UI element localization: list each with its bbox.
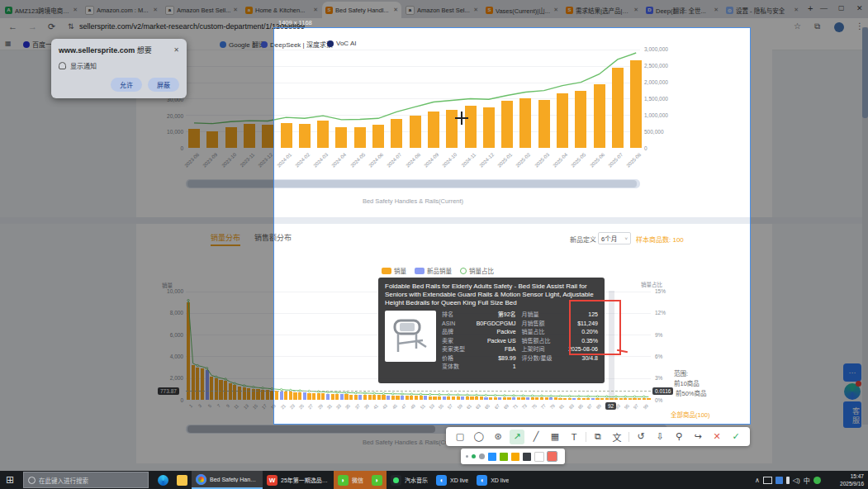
save-button[interactable]: ⇩: [652, 430, 667, 444]
ocr-tool[interactable]: 文: [609, 430, 624, 444]
color-swatch-green[interactable]: [500, 453, 508, 461]
color-swatch-yellow[interactable]: [511, 453, 519, 461]
dist-bar[interactable]: [206, 370, 209, 400]
confirm-button[interactable]: ✓: [728, 430, 743, 444]
reload-icon[interactable]: ⟳: [48, 21, 55, 32]
trend-bar[interactable]: [244, 124, 255, 148]
stamp-tool[interactable]: ⧉: [591, 430, 605, 444]
tab-deep-[interactable]: DDeep(翻译: 全世...✕: [643, 2, 722, 18]
trend-bar[interactable]: [206, 131, 218, 148]
dist-bar[interactable]: [229, 383, 232, 400]
dist-bar[interactable]: [210, 377, 213, 400]
tab-close-icon[interactable]: ✕: [391, 7, 398, 13]
allow-button[interactable]: 允许: [111, 78, 142, 92]
color-swatch-white[interactable]: [534, 452, 544, 462]
tab-home-kitchen-[interactable]: aHome & Kitchen...✕: [242, 2, 321, 18]
tab-close-icon[interactable]: ✕: [552, 7, 558, 13]
trend-bar[interactable]: [188, 129, 200, 148]
bookmark-star-icon[interactable]: ☆: [794, 21, 801, 31]
tab-close-icon[interactable]: ✕: [151, 7, 158, 13]
color-swatch-black[interactable]: [523, 453, 531, 461]
tab-close-icon[interactable]: ✕: [71, 7, 78, 13]
dist-bar[interactable]: [247, 388, 250, 400]
line-tool[interactable]: ╱: [529, 430, 543, 444]
tab-amz123-[interactable]: AAMZ123跨境电商导航✕: [2, 2, 81, 18]
tab-close-icon[interactable]: ✕: [231, 7, 238, 13]
undo-button[interactable]: ↺: [633, 430, 648, 444]
trend-bar[interactable]: [262, 125, 273, 148]
back-icon[interactable]: ←: [8, 21, 17, 31]
tab-close-icon[interactable]: ✕: [712, 7, 719, 13]
arrow-tool[interactable]: ↗: [510, 430, 524, 444]
tab-close-icon[interactable]: ✕: [792, 7, 799, 13]
start-button[interactable]: ⊞: [6, 474, 14, 486]
dist-bar[interactable]: [243, 387, 246, 400]
ellipse-tool[interactable]: ◯: [472, 430, 486, 444]
dist-bar[interactable]: [192, 365, 195, 400]
tab-amazon-best-sel-[interactable]: aAmazon Best Sel...✕: [402, 2, 481, 18]
profile-avatar[interactable]: [834, 22, 844, 32]
taskbar-search-box[interactable]: 在此键入进行搜索: [23, 472, 149, 488]
wechat-task[interactable]: ◗微信: [334, 471, 368, 489]
bookmark-1[interactable]: Google 翻译: [220, 40, 265, 49]
rect-tool[interactable]: ▢: [453, 430, 467, 444]
wechat2-task[interactable]: ◗: [368, 471, 387, 489]
capture-selection-region[interactable]: [273, 27, 751, 425]
tab--[interactable]: S需求结果|选产品|亚...✕: [562, 2, 642, 18]
window-maximize-button[interactable]: ▢: [838, 4, 845, 12]
color-swatch-blue[interactable]: [488, 453, 496, 461]
window-minimize-button[interactable]: —: [820, 4, 828, 12]
split-screen-icon[interactable]: ⧉: [814, 21, 820, 31]
tab--[interactable]: ⚙设置 - 隐私与安全✕: [723, 2, 802, 18]
tab-close-icon[interactable]: ✕: [311, 7, 318, 13]
tab-sales-distribution[interactable]: 销量分布: [211, 232, 240, 246]
speaker-icon[interactable]: ◁): [793, 477, 800, 484]
dist-bar[interactable]: [238, 387, 241, 400]
site-info-icon[interactable]: ⇅: [68, 22, 74, 31]
stroke-size-3[interactable]: [466, 455, 468, 458]
display-icon[interactable]: [763, 477, 772, 484]
xd-live-task[interactable]: ◖XD live: [432, 471, 472, 489]
chat-bubble-icon[interactable]: ···: [843, 363, 861, 382]
chrome-task[interactable]: Bed Safety Handl...: [192, 471, 263, 489]
wps-task[interactable]: W25年第一期选品B...: [263, 471, 334, 489]
tab-vases-current-[interactable]: SVases(Current)|山...✕: [482, 2, 562, 18]
popup-close-icon[interactable]: ✕: [173, 46, 179, 54]
page-vscrollbar-thumb[interactable]: [862, 27, 868, 118]
network-icon[interactable]: [813, 477, 821, 484]
color-swatch-red[interactable]: [548, 452, 557, 461]
mosaic-tool[interactable]: ▦: [548, 430, 562, 444]
image-viewer-icon[interactable]: [776, 477, 783, 484]
tab-amazon-com-m-[interactable]: aAmazon.com : M...✕: [82, 2, 161, 18]
tab-bed-safety-handl-[interactable]: SBed Safety Handl...✕: [322, 2, 401, 18]
tab-close-icon[interactable]: ✕: [472, 7, 478, 13]
tray-expand-icon[interactable]: ∧: [755, 477, 760, 484]
customer-service-button[interactable]: 客服: [843, 401, 861, 428]
apps-grid-icon[interactable]: ▦: [5, 40, 12, 47]
ime-indicator[interactable]: 中: [804, 476, 810, 485]
tab-close-icon[interactable]: ✕: [632, 7, 638, 13]
share-button[interactable]: ↪: [690, 430, 705, 444]
music-task[interactable]: 汽水音乐: [387, 471, 432, 489]
tab-amazon-best-sell-[interactable]: aAmazon Best Sell...✕: [162, 2, 241, 18]
explorer[interactable]: [173, 471, 192, 489]
block-button[interactable]: 屏蔽: [148, 78, 179, 92]
page-vscrollbar-track[interactable]: [862, 27, 868, 425]
usb-icon[interactable]: [786, 477, 790, 484]
text-tool[interactable]: T: [567, 430, 581, 444]
cancel-button[interactable]: ✕: [709, 430, 724, 444]
dist-bar[interactable]: [233, 385, 236, 400]
dist-bar[interactable]: [187, 302, 190, 400]
trend-bar[interactable]: [225, 127, 237, 148]
window-close-button[interactable]: ✕: [856, 4, 863, 12]
new-tab-button[interactable]: +: [808, 3, 813, 13]
dist-bar[interactable]: [219, 380, 222, 400]
forward-icon[interactable]: →: [28, 21, 37, 31]
dist-bar[interactable]: [196, 368, 199, 400]
taskbar-clock[interactable]: 15:47 2025/9/16: [826, 472, 864, 487]
marker-tool[interactable]: ⊛: [491, 430, 505, 444]
pin-button[interactable]: ⚲: [671, 430, 686, 444]
edge[interactable]: [154, 471, 173, 489]
dist-bar[interactable]: [201, 368, 204, 400]
stroke-size-7[interactable]: [479, 453, 485, 459]
